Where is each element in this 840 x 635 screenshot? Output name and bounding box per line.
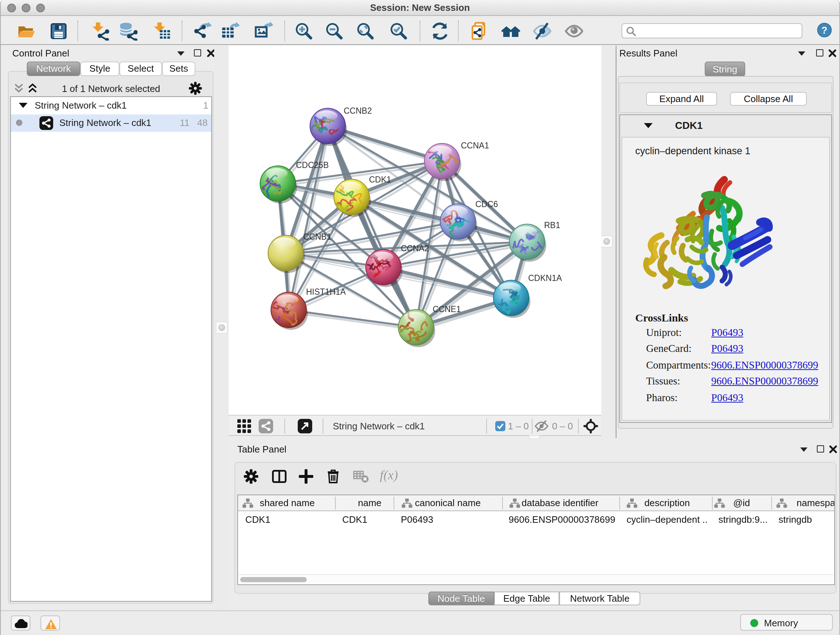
svg-text:CCNB2: CCNB2 [344,106,372,116]
svg-text:CDC6: CDC6 [475,200,498,209]
svg-text:CCNA2: CCNA2 [401,244,429,253]
svg-text:CCNE1: CCNE1 [433,304,461,314]
svg-text:CDKN1A: CDKN1A [528,273,562,283]
svg-text:CCNA1: CCNA1 [461,141,489,150]
svg-text:CDC25B: CDC25B [296,160,329,170]
svg-text:CDK1: CDK1 [369,175,391,184]
svg-text:CCNB1: CCNB1 [303,232,332,241]
svg-text:RB1: RB1 [544,220,561,230]
svg-text:HIST1H1A: HIST1H1A [306,287,346,296]
svg-text:?: ? [821,25,827,36]
